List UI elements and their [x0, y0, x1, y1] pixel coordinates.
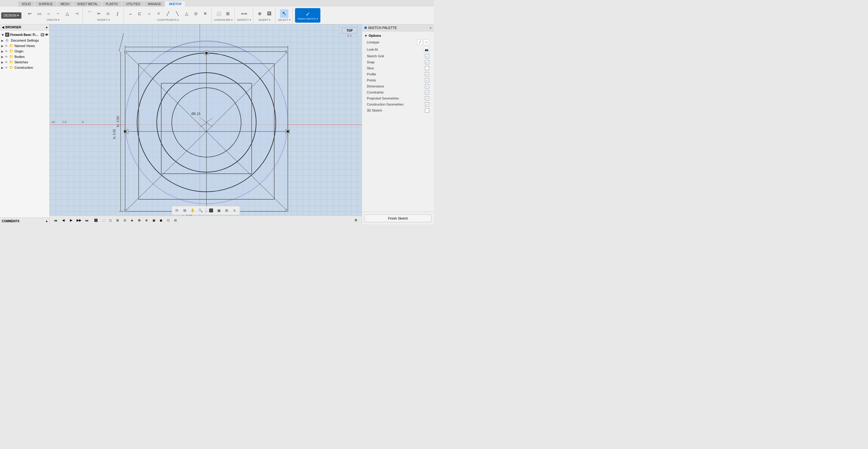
finish-sketch-button[interactable]: ✓ FINISH SKETCH ▾	[295, 8, 320, 23]
option-3d-sketch-label: 3D Sketch	[367, 109, 382, 112]
tree-sketches[interactable]: ▶ 👁 📁 Sketches	[0, 59, 50, 65]
last-frame-btn[interactable]: ⏭	[84, 217, 90, 224]
browser-close-icon[interactable]: ●	[46, 26, 48, 29]
tab-manage[interactable]: MANAGE	[144, 1, 164, 7]
constrain8-btn[interactable]: ⊙	[192, 9, 200, 18]
linetype-icon-2[interactable]: □	[424, 39, 429, 45]
zoom-btn[interactable]: 🔍	[197, 207, 204, 214]
tree-document-settings[interactable]: ▶ ⚙ Document Settings	[0, 38, 50, 43]
bottom-tool-1[interactable]: ⬛	[93, 217, 99, 224]
tab-sheet-metal[interactable]: SHEET METAL	[73, 1, 101, 7]
browser-title: BROWSER	[5, 26, 21, 29]
tree-origin[interactable]: ▶ 👁 📁 Origin	[0, 49, 50, 54]
palette-expand-icon[interactable]: »	[430, 26, 432, 30]
viewport[interactable]: -10 -7.5 -5	[50, 24, 362, 224]
constrain5-btn[interactable]: ╱	[164, 9, 172, 18]
undo-btn[interactable]: ↩	[26, 9, 34, 18]
profile-checkbox[interactable]: ✓	[425, 72, 429, 76]
main-layout: ◀ BROWSER ● ▼ F Firework Base: Final Des…	[0, 24, 434, 224]
select-label: SELECT ▾	[278, 19, 290, 22]
next-frame-btn[interactable]: ▶▶	[76, 217, 82, 224]
bottom-tool-7[interactable]: ✿	[136, 217, 143, 224]
bottom-tool-3[interactable]: ◻	[107, 217, 114, 224]
bottom-tool-10[interactable]: ◼	[158, 217, 164, 224]
tab-surface[interactable]: SURFACE	[35, 1, 56, 7]
constrain1-btn[interactable]: ⫠	[126, 9, 135, 18]
prev-frame-btn[interactable]: ◀	[60, 217, 67, 224]
pan-btn[interactable]: ⊞	[181, 207, 188, 214]
orbit-btn[interactable]: ⟳	[174, 207, 180, 214]
grid-btn[interactable]: ⊞	[223, 207, 230, 214]
triangle-btn[interactable]: △	[63, 9, 71, 18]
lookat-camera-icon[interactable]: 📷	[424, 47, 429, 52]
bottom-tool-4[interactable]: ⊞	[114, 217, 121, 224]
constrain3-btn[interactable]: ○	[145, 9, 153, 18]
view-cube-top-face[interactable]: TOP	[342, 27, 357, 33]
hline-btn[interactable]: ⊣	[72, 9, 81, 18]
rect-btn[interactable]: ▭	[35, 9, 43, 18]
insert-label: INSERT ▾	[258, 19, 271, 22]
projected-geometries-checkbox[interactable]: ✓	[425, 96, 429, 100]
tab-solid[interactable]: SOLID	[18, 1, 34, 7]
bottom-tool-2[interactable]: ⬜	[100, 217, 106, 224]
bottom-tool-6[interactable]: ◈	[129, 217, 135, 224]
zoom-ext-btn[interactable]: ⬛	[208, 207, 214, 214]
constrain9-btn[interactable]: ✕	[201, 9, 210, 18]
bottom-toolbar: ⟳ ⊞ ✋ 🔍 ⬛ ▣ ⊞ ≡	[172, 206, 240, 215]
browser-header: ◀ BROWSER ●	[0, 24, 50, 30]
play-btn[interactable]: ▶	[68, 217, 74, 224]
scissors-btn[interactable]: ✂	[95, 9, 103, 18]
tree-construction[interactable]: ▶ 👁 📁 Construction	[0, 65, 50, 70]
points-checkbox[interactable]: ✓	[425, 78, 429, 82]
view-btn[interactable]: ▣	[216, 207, 222, 214]
linetype-icon-1[interactable]: ╱	[417, 39, 423, 45]
tab-bar: SOLID SURFACE MESH SHEET METAL PLASTIC U…	[0, 0, 434, 7]
snap-checkbox[interactable]: ✓	[425, 60, 429, 64]
settings-btn[interactable]: ⚙	[352, 217, 359, 224]
tree-named-views[interactable]: ▶ 👁 📁 Named Views	[0, 43, 50, 49]
tab-mesh[interactable]: MESH	[57, 1, 73, 7]
construction-geometries-checkbox[interactable]: ✓	[425, 102, 429, 107]
circle-btn[interactable]: ○	[44, 9, 53, 18]
constrain6-btn[interactable]: ╲	[173, 9, 181, 18]
tree-bodies[interactable]: ▶ 👁 📁 Bodies	[0, 54, 50, 59]
comments-close-icon[interactable]: ●	[46, 219, 48, 223]
constrain2-btn[interactable]: ⊏	[135, 9, 144, 18]
offset-btn[interactable]: ⊂	[104, 9, 113, 18]
fillet-btn[interactable]: ⌒	[85, 9, 94, 18]
finish-sketch-panel-button[interactable]: Finish Sketch	[364, 214, 432, 222]
first-frame-btn[interactable]: ⏮	[52, 217, 59, 224]
slice-checkbox[interactable]	[425, 66, 429, 70]
bottom-tool-8[interactable]: ⊕	[143, 217, 150, 224]
bottom-tool-11[interactable]: ⬡	[165, 217, 172, 224]
tab-utilities[interactable]: UTILITIES	[122, 1, 144, 7]
configure2-btn[interactable]: ⊞	[224, 9, 232, 18]
select-btn[interactable]: ↖	[280, 9, 288, 18]
options-header[interactable]: ▼ Options	[362, 33, 434, 39]
wave-btn[interactable]: ∫	[113, 9, 122, 18]
inspect1-btn[interactable]: ⟺	[240, 9, 248, 18]
option-projected-geometries: Projected Geometries ✓	[362, 95, 434, 101]
sketch-grid-checkbox[interactable]: ✓	[425, 54, 429, 58]
file-tree-arrow[interactable]: ▼	[1, 33, 4, 36]
design-button[interactable]: DESIGN ▾	[1, 12, 22, 19]
bottom-tool-12[interactable]: ⊟	[172, 217, 179, 224]
options-section: ▼ Options Linetype ╱ □ Look At 📷	[362, 31, 434, 115]
configure1-btn[interactable]: ⬜	[214, 9, 223, 18]
insert1-btn[interactable]: ⊕	[255, 9, 264, 18]
insert2-btn[interactable]: 🖼	[265, 9, 273, 18]
eye-icon[interactable]: 👁	[45, 33, 48, 36]
hand-btn[interactable]: ✋	[189, 207, 196, 214]
bottom-tool-9[interactable]: ▣	[150, 217, 157, 224]
constrain7-btn[interactable]: △	[182, 9, 191, 18]
dimensions-checkbox[interactable]: ✓	[425, 84, 429, 88]
grid-opts-btn[interactable]: ≡	[231, 207, 238, 214]
tab-sketch[interactable]: SKETCH	[165, 1, 185, 7]
tab-plastic[interactable]: PLASTIC	[102, 1, 122, 7]
constraints-checkbox[interactable]: ✓	[425, 90, 429, 94]
constrain4-btn[interactable]: =	[154, 9, 163, 18]
bottom-tool-5[interactable]: ⊡	[121, 217, 128, 224]
spline-btn[interactable]: ~	[54, 9, 62, 18]
3d-sketch-checkbox[interactable]	[425, 108, 429, 113]
browser-collapse-icon[interactable]: ◀	[2, 26, 4, 29]
